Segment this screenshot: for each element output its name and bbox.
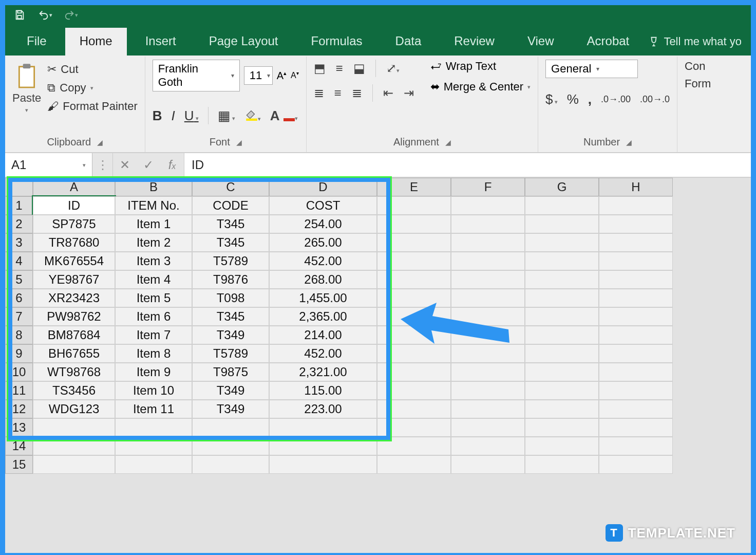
cell[interactable]: MK676554 <box>33 252 115 270</box>
cell[interactable] <box>599 196 673 215</box>
merge-center-button[interactable]: ⬌ Merge & Center ▾ <box>430 80 531 94</box>
align-left-icon[interactable]: ≣ <box>314 86 324 100</box>
row-number[interactable]: 4 <box>5 252 33 270</box>
cell[interactable]: 268.00 <box>269 270 377 289</box>
tab-home[interactable]: Home <box>65 28 127 55</box>
cut-button[interactable]: ✂ Cut <box>47 63 138 76</box>
row-number[interactable]: 2 <box>5 215 33 233</box>
cell[interactable] <box>599 326 673 344</box>
cell[interactable] <box>192 455 269 474</box>
increase-font-icon[interactable]: A▴ <box>277 70 287 82</box>
cell[interactable]: 452.00 <box>269 344 377 363</box>
cell[interactable]: SP7875 <box>33 215 115 233</box>
cell[interactable] <box>269 418 377 437</box>
tab-page-layout[interactable]: Page Layout <box>195 28 293 55</box>
cell[interactable] <box>451 455 525 474</box>
cell[interactable]: ITEM No. <box>115 196 192 215</box>
cell[interactable] <box>451 233 525 252</box>
cell[interactable] <box>115 455 192 474</box>
row-number[interactable]: 1 <box>5 196 33 215</box>
tab-view[interactable]: View <box>513 28 569 55</box>
font-color-button[interactable]: A ▾ <box>270 108 298 124</box>
cell[interactable]: CODE <box>192 196 269 215</box>
cell[interactable]: ID <box>33 196 115 215</box>
cell[interactable]: T098 <box>192 289 269 307</box>
accounting-format-button[interactable]: $ ▾ <box>545 91 558 107</box>
cell[interactable] <box>377 381 451 400</box>
increase-decimal-icon[interactable]: .0→.00 <box>601 94 631 105</box>
row-number[interactable]: 3 <box>5 233 33 252</box>
cell[interactable] <box>269 437 377 455</box>
col-B[interactable]: B <box>115 178 192 196</box>
format-painter-button[interactable]: 🖌 Format Painter <box>47 100 138 113</box>
alignment-dialog-launcher-icon[interactable]: ◢ <box>445 138 451 146</box>
cell[interactable] <box>451 215 525 233</box>
cell[interactable]: Item 4 <box>115 270 192 289</box>
conditional-formatting-partial[interactable]: Con <box>685 60 705 73</box>
align-right-icon[interactable]: ≣ <box>352 86 362 100</box>
tab-file[interactable]: File <box>12 28 61 55</box>
cell[interactable] <box>599 289 673 307</box>
tab-review[interactable]: Review <box>440 28 509 55</box>
increase-indent-icon[interactable]: ⇥ <box>404 86 414 100</box>
cell[interactable]: 115.00 <box>269 381 377 400</box>
cell[interactable] <box>599 400 673 418</box>
cell[interactable] <box>525 289 599 307</box>
font-dialog-launcher-icon[interactable]: ◢ <box>236 138 242 146</box>
cell[interactable] <box>525 252 599 270</box>
save-icon[interactable] <box>12 8 27 22</box>
cell[interactable]: 2,365.00 <box>269 307 377 326</box>
bold-button[interactable]: B <box>153 108 162 124</box>
cell[interactable]: Item 7 <box>115 326 192 344</box>
row-number[interactable]: 15 <box>5 455 33 474</box>
tab-insert[interactable]: Insert <box>131 28 191 55</box>
cell[interactable] <box>599 437 673 455</box>
col-G[interactable]: G <box>525 178 599 196</box>
cell[interactable] <box>525 326 599 344</box>
cell[interactable]: Item 10 <box>115 381 192 400</box>
cancel-icon[interactable]: ✕ <box>113 158 137 172</box>
row-number[interactable]: 12 <box>5 400 33 418</box>
cell[interactable]: Item 2 <box>115 233 192 252</box>
cell[interactable] <box>377 233 451 252</box>
align-bottom-icon[interactable]: ⬓ <box>353 61 365 76</box>
cell[interactable] <box>599 381 673 400</box>
cell[interactable]: Item 1 <box>115 215 192 233</box>
cell[interactable] <box>599 270 673 289</box>
cell[interactable] <box>451 270 525 289</box>
cell[interactable] <box>451 437 525 455</box>
cell[interactable]: T9875 <box>192 363 269 381</box>
cell[interactable] <box>525 344 599 363</box>
clipboard-dialog-launcher-icon[interactable]: ◢ <box>97 138 103 146</box>
cell[interactable]: Item 11 <box>115 400 192 418</box>
cell[interactable] <box>525 233 599 252</box>
decrease-decimal-icon[interactable]: .00→.0 <box>640 94 670 105</box>
cell[interactable]: COST <box>269 196 377 215</box>
cell[interactable] <box>377 455 451 474</box>
tab-data[interactable]: Data <box>381 28 436 55</box>
copy-button[interactable]: ⧉ Copy ▾ <box>47 81 138 95</box>
cell[interactable]: PW98762 <box>33 307 115 326</box>
name-box[interactable]: A1 ▾ <box>5 153 92 177</box>
cell[interactable] <box>115 418 192 437</box>
cell[interactable] <box>599 252 673 270</box>
row-number[interactable]: 13 <box>5 418 33 437</box>
undo-icon[interactable]: ▾ <box>38 8 52 22</box>
cell[interactable] <box>451 418 525 437</box>
cell[interactable] <box>451 363 525 381</box>
cell[interactable]: TS3456 <box>33 381 115 400</box>
cell[interactable] <box>33 418 115 437</box>
col-D[interactable]: D <box>269 178 377 196</box>
formula-input[interactable]: ID <box>184 153 751 177</box>
cell[interactable] <box>525 400 599 418</box>
wrap-text-button[interactable]: ⮐ Wrap Text <box>430 60 531 73</box>
cell[interactable] <box>377 270 451 289</box>
cell[interactable]: YE98767 <box>33 270 115 289</box>
cell[interactable]: T345 <box>192 307 269 326</box>
tell-me-search[interactable]: Tell me what yo <box>648 35 744 55</box>
redo-icon[interactable]: ▾ <box>64 8 78 22</box>
select-all-corner[interactable] <box>5 178 33 196</box>
cell[interactable]: Item 9 <box>115 363 192 381</box>
decrease-indent-icon[interactable]: ⇤ <box>383 86 393 100</box>
cell[interactable]: Item 3 <box>115 252 192 270</box>
